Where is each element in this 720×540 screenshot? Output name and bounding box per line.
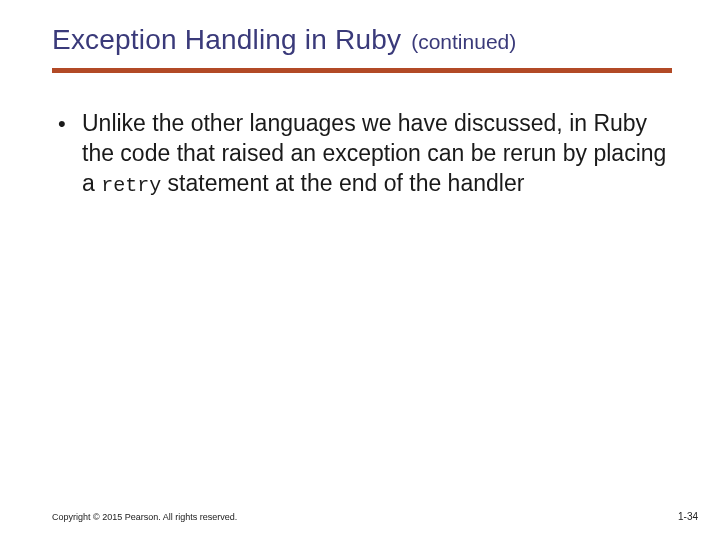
- bullet-dot-icon: •: [52, 109, 82, 139]
- bullet-item: • Unlike the other languages we have dis…: [52, 109, 672, 199]
- title-rule: [52, 68, 672, 73]
- slide-body: • Unlike the other languages we have dis…: [52, 109, 672, 199]
- footer-page-number: 1-34: [678, 511, 698, 522]
- title-main: Exception Handling in Ruby: [52, 24, 401, 56]
- title-continued: (continued): [411, 30, 516, 54]
- slide: Exception Handling in Ruby (continued) •…: [0, 0, 720, 540]
- slide-title: Exception Handling in Ruby (continued): [52, 24, 672, 56]
- code-keyword: retry: [101, 174, 161, 197]
- bullet-text: Unlike the other languages we have discu…: [82, 109, 672, 199]
- bullet-text-after: statement at the end of the handler: [161, 170, 524, 196]
- footer-copyright: Copyright © 2015 Pearson. All rights res…: [52, 512, 237, 522]
